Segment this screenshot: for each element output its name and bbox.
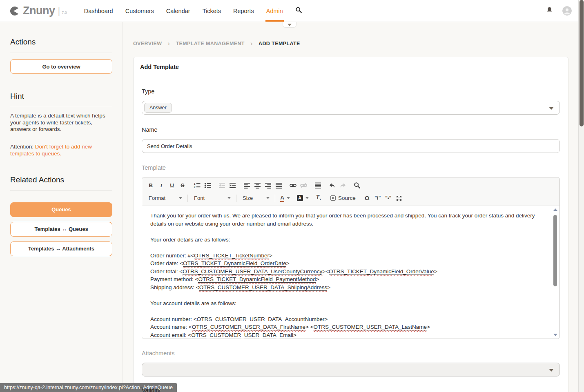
znuny-logo[interactable]: Znuny | 7.0 bbox=[10, 4, 67, 17]
editor-paragraph: Your order details are as follows: bbox=[150, 236, 542, 244]
logo-divider: | bbox=[58, 6, 60, 16]
remove-quote-icon: ”” bbox=[385, 195, 392, 202]
otrs-tag: OTRS_TICKET_TicketNumber bbox=[194, 252, 269, 259]
strike-button[interactable]: S bbox=[177, 180, 188, 191]
logo-brand-text: Znuny bbox=[23, 4, 55, 17]
templates-attachments-button[interactable]: Templates ↔ Attachments bbox=[10, 241, 112, 256]
logo-version: 7.0 bbox=[62, 11, 67, 15]
unlink-button bbox=[298, 180, 309, 191]
chevron-down-icon bbox=[266, 197, 270, 199]
align-right-button[interactable] bbox=[263, 180, 273, 191]
special-character-button[interactable]: Ω bbox=[362, 193, 372, 204]
background-color-icon: A bbox=[297, 195, 303, 201]
font-dropdown[interactable]: Font bbox=[191, 193, 233, 204]
notifications-bell-icon[interactable] bbox=[546, 6, 553, 16]
type-select[interactable]: Answer bbox=[142, 101, 560, 115]
editor-toolbar: BIUS12 Format Font Size A A Tx bbox=[142, 177, 559, 206]
add-template-card: Add Template Type Answer Name Template B… bbox=[133, 57, 568, 392]
align-center-button[interactable] bbox=[252, 180, 263, 191]
page-scrollbar-thumb[interactable] bbox=[580, 0, 584, 126]
outdent-button bbox=[216, 180, 227, 191]
italic-button[interactable]: I bbox=[156, 180, 167, 191]
text-color-button[interactable]: A bbox=[278, 193, 292, 204]
remove-quote-button[interactable]: ”” bbox=[383, 193, 394, 204]
svg-text:”: ” bbox=[389, 195, 391, 201]
align-left-button[interactable] bbox=[241, 180, 252, 191]
page-scrollbar[interactable] bbox=[578, 0, 584, 392]
user-avatar[interactable] bbox=[562, 6, 572, 16]
indent-button[interactable] bbox=[227, 180, 238, 191]
editor-paragraph: Account number: <OTRS_CUSTOMER_USER_DATA… bbox=[150, 315, 542, 339]
chevron-down-icon bbox=[288, 24, 292, 26]
nav-item-reports[interactable]: Reports bbox=[233, 0, 254, 22]
size-dropdown[interactable]: Size bbox=[239, 193, 272, 204]
breadcrumb-template-management[interactable]: TEMPLATE MANAGEMENT bbox=[176, 41, 244, 47]
otrs-tag: OTRS_TICKET_DynamicField_PaymentMethod bbox=[198, 276, 316, 283]
breadcrumb-overview[interactable]: OVERVIEW bbox=[133, 41, 162, 47]
main-content: OVERVIEW › TEMPLATE MANAGEMENT › ADD TEM… bbox=[123, 22, 578, 392]
background-color-button[interactable]: A bbox=[296, 193, 310, 204]
remove-format-icon: Tx bbox=[316, 194, 321, 202]
link-button[interactable] bbox=[288, 180, 298, 191]
svg-text:”: ” bbox=[374, 195, 377, 201]
toolbar-collapse-tab[interactable] bbox=[283, 22, 296, 28]
nav-item-customers[interactable]: Customers bbox=[125, 0, 154, 22]
divider bbox=[236, 195, 236, 202]
otrs-tag: OTRS_CUSTOMER_USER_DATA_ShiipingAddress bbox=[199, 284, 328, 291]
chevron-down-icon bbox=[287, 197, 290, 199]
template-label: Template bbox=[142, 164, 560, 171]
svg-text:2: 2 bbox=[194, 186, 195, 188]
editor-toolbar-row1: BIUS12 bbox=[145, 179, 556, 192]
numbered-list-button[interactable]: 12 bbox=[192, 180, 202, 191]
redo-button bbox=[337, 180, 348, 191]
editor-scrollbar bbox=[553, 208, 558, 336]
format-dropdown-label: Format bbox=[149, 195, 165, 201]
editor-content[interactable]: Thank you for your order with us. We are… bbox=[142, 206, 559, 339]
editor-toolbar-row2: Format Font Size A A Tx Source bbox=[145, 192, 556, 204]
divider bbox=[10, 107, 112, 107]
bulleted-list-button[interactable] bbox=[202, 180, 213, 191]
go-to-overview-button[interactable]: Go to overview bbox=[10, 59, 112, 74]
chevron-down-icon bbox=[549, 107, 554, 110]
search-button[interactable] bbox=[295, 7, 302, 15]
breadcrumb: OVERVIEW › TEMPLATE MANAGEMENT › ADD TEM… bbox=[133, 41, 578, 47]
horizontal-rule-button[interactable] bbox=[312, 180, 323, 191]
rich-text-editor: BIUS12 Format Font Size A A Tx bbox=[142, 177, 560, 339]
main-nav: DashboardCustomersCalendarTicketsReports… bbox=[84, 0, 283, 22]
nav-item-dashboard[interactable]: Dashboard bbox=[84, 0, 113, 22]
omega-icon: Ω bbox=[365, 195, 370, 201]
nav-item-tickets[interactable]: Tickets bbox=[203, 0, 221, 22]
underline-button[interactable]: U bbox=[167, 180, 177, 191]
nav-item-calendar[interactable]: Calendar bbox=[166, 0, 190, 22]
source-icon bbox=[330, 195, 336, 201]
editor-paragraph: Order number: #<OTRS_TICKET_TicketNumber… bbox=[150, 252, 542, 292]
remove-format-button[interactable]: Tx bbox=[313, 193, 324, 204]
name-input[interactable] bbox=[142, 139, 560, 153]
queues-button[interactable]: Queues bbox=[10, 202, 112, 217]
scroll-down-icon[interactable] bbox=[553, 334, 557, 336]
format-dropdown[interactable]: Format bbox=[145, 193, 185, 204]
actions-heading: Actions bbox=[10, 38, 112, 47]
editor-scrollbar-thumb[interactable] bbox=[553, 215, 557, 286]
split-quote-button[interactable]: ”” bbox=[372, 193, 383, 204]
maximize-button[interactable] bbox=[394, 193, 404, 204]
editor-paragraph: Your account details are as follows: bbox=[150, 299, 542, 308]
type-selected-value[interactable]: Answer bbox=[144, 103, 172, 113]
justify-button[interactable] bbox=[273, 180, 284, 191]
scroll-up-icon[interactable] bbox=[553, 208, 557, 211]
svg-text:”: ” bbox=[385, 195, 388, 201]
attachments-select[interactable] bbox=[142, 363, 560, 376]
source-button[interactable]: Source bbox=[328, 193, 358, 204]
templates-queues-button[interactable]: Templates ↔ Queues bbox=[10, 222, 112, 237]
source-button-label: Source bbox=[338, 195, 356, 201]
nav-item-admin[interactable]: Admin bbox=[266, 0, 283, 22]
divider bbox=[10, 53, 112, 53]
hint-heading: Hint bbox=[10, 92, 112, 101]
undo-button[interactable] bbox=[327, 180, 337, 191]
name-label: Name bbox=[142, 126, 560, 133]
bold-button[interactable]: B bbox=[145, 180, 156, 191]
chevron-down-icon bbox=[227, 197, 231, 199]
find-button[interactable] bbox=[352, 180, 362, 191]
search-icon bbox=[295, 7, 302, 15]
text-color-icon: A bbox=[280, 195, 284, 202]
